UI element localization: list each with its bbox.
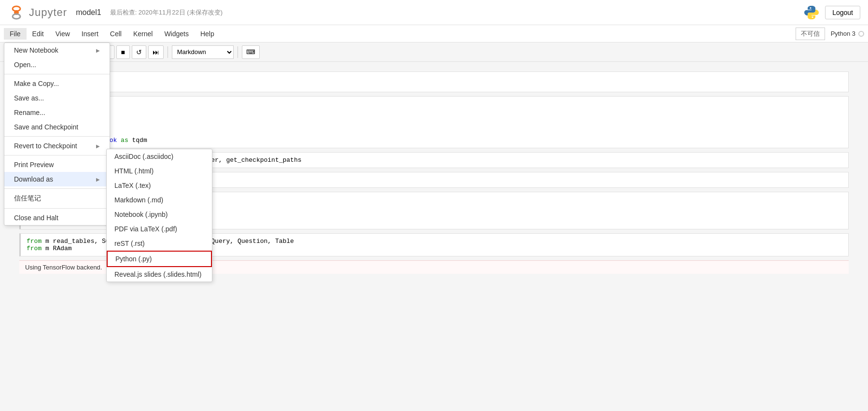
download-pdf[interactable]: PDF via LaTeX (.pdf): [107, 222, 212, 236]
cell-code-1[interactable]: os re json math numpy as np qdm import t…: [19, 96, 849, 148]
divider-4: [4, 188, 110, 189]
menu-new-notebook[interactable]: New Notebook ▶: [4, 43, 110, 57]
new-notebook-label: New Notebook: [14, 46, 58, 54]
cell-markdown: figuration: [19, 71, 849, 92]
code-line: qdm import tqdm_notebook as tqdm: [27, 137, 842, 144]
menu-item-file[interactable]: File: [4, 28, 27, 40]
toolbar: 💾 + ▲ ▼ ⏮ 运行 ■ ↺ ⏭ Markdown Code Raw NBC…: [0, 43, 868, 62]
code-line: re: [27, 108, 842, 115]
checkpoint-info: 最后检查: 2020年11月22日 (未保存改变): [110, 8, 223, 17]
download-reveal[interactable]: Reveal.js slides (.slides.html): [107, 267, 212, 282]
menu-item-cell[interactable]: Cell: [104, 28, 127, 40]
separator-4: [238, 46, 238, 58]
asciidoc-label: AsciiDoc (.asciidoc): [114, 153, 173, 160]
revert-arrow: ▶: [96, 143, 100, 149]
download-html[interactable]: HTML (.html): [107, 164, 212, 178]
code-line: json: [27, 115, 842, 122]
python-logo-icon: [803, 4, 820, 21]
print-preview-label: Print Preview: [14, 161, 54, 169]
jupyter-logo: Jupyter: [8, 4, 67, 21]
download-arrow: ▶: [96, 177, 100, 182]
notebook-title: model1: [76, 8, 101, 17]
fast-forward-button[interactable]: ⏭: [148, 45, 164, 59]
kernel-info: Python 3: [831, 30, 864, 37]
code-line: os: [27, 100, 842, 108]
markdown-label: Markdown (.md): [114, 196, 163, 204]
reveal-label: Reveal.js slides (.slides.html): [114, 270, 202, 278]
menu-trust-notebook[interactable]: 信任笔记: [4, 191, 110, 206]
top-bar-left: Jupyter model1 最后检查: 2020年11月22日 (未保存改变): [8, 4, 223, 21]
menu-close-halt[interactable]: Close and Halt: [4, 211, 110, 225]
download-notebook[interactable]: Notebook (.ipynb): [107, 207, 212, 222]
menu-save-as[interactable]: Save as...: [4, 91, 110, 105]
make-copy-label: Make a Copy...: [14, 80, 59, 87]
menu-download-as[interactable]: Download as ▶: [4, 172, 110, 186]
menu-item-help[interactable]: Help: [195, 28, 220, 40]
download-markdown[interactable]: Markdown (.md): [107, 193, 212, 207]
menu-print-preview[interactable]: Print Preview: [4, 157, 110, 172]
jupyter-brand-text: Jupyter: [29, 6, 67, 19]
download-rst[interactable]: reST (.rst): [107, 236, 212, 251]
trust-badge[interactable]: 不可信: [796, 28, 825, 40]
divider-5: [4, 208, 110, 209]
menu-save-checkpoint[interactable]: Save and Checkpoint: [4, 120, 110, 134]
download-latex[interactable]: LaTeX (.tex): [107, 178, 212, 193]
menu-item-insert[interactable]: Insert: [76, 28, 104, 40]
download-submenu: AsciiDoc (.asciidoc) HTML (.html) LaTeX …: [106, 149, 212, 282]
new-notebook-arrow: ▶: [96, 48, 100, 53]
jupyter-logo-icon: [8, 4, 25, 21]
close-halt-label: Close and Halt: [14, 214, 58, 222]
svg-point-2: [13, 14, 20, 19]
cell-type-select[interactable]: Markdown Code Raw NBConvert Heading: [172, 45, 234, 59]
rst-label: reST (.rst): [114, 240, 145, 247]
top-bar: Jupyter model1 最后检查: 2020年11月22日 (未保存改变)…: [0, 0, 868, 25]
menu-bar: File Edit View Insert Cell Kernel Widget…: [0, 25, 868, 43]
divider-1: [4, 74, 110, 74]
code-line: math: [27, 122, 842, 129]
separator-3: [168, 46, 168, 58]
file-dropdown: New Notebook ▶ Open... Make a Copy... Sa…: [4, 43, 110, 226]
menu-item-widgets[interactable]: Widgets: [158, 28, 195, 40]
save-checkpoint-label: Save and Checkpoint: [14, 123, 78, 131]
latex-label: LaTeX (.tex): [114, 182, 151, 189]
cell-markdown-content: figuration: [27, 76, 842, 88]
kernel-name: Python 3: [831, 30, 855, 37]
divider-3: [4, 155, 110, 156]
menu-revert-checkpoint[interactable]: Revert to Checkpoint ▶: [4, 139, 110, 153]
rename-label: Rename...: [14, 109, 45, 116]
cell-code-1-content: os re json math numpy as np qdm import t…: [27, 100, 842, 144]
menu-item-view[interactable]: View: [50, 28, 76, 40]
python-label: Python (.py): [115, 255, 152, 263]
menu-item-kernel[interactable]: Kernel: [127, 28, 158, 40]
notebook-label: Notebook (.ipynb): [114, 211, 168, 218]
trust-notebook-label: 信任笔记: [14, 194, 41, 203]
top-bar-right: Logout: [803, 4, 860, 21]
keyboard-button[interactable]: ⌨: [242, 45, 260, 59]
menu-bar-right: 不可信 Python 3: [796, 28, 864, 40]
revert-checkpoint-label: Revert to Checkpoint: [14, 142, 77, 150]
download-python[interactable]: Python (.py): [107, 251, 212, 267]
kernel-status-dot: [858, 31, 864, 37]
divider-2: [4, 136, 110, 137]
menu-rename[interactable]: Rename...: [4, 105, 110, 120]
download-as-label: Download as: [14, 175, 53, 183]
stop-button[interactable]: ■: [116, 45, 130, 59]
code-line: numpy as np: [27, 129, 842, 137]
menu-make-copy[interactable]: Make a Copy...: [4, 76, 110, 91]
menu-item-edit[interactable]: Edit: [27, 28, 50, 40]
output-text: Using TensorFlow backend.: [25, 264, 102, 271]
pdf-label: PDF via LaTeX (.pdf): [114, 225, 177, 233]
menu-open[interactable]: Open...: [4, 57, 110, 72]
open-label: Open...: [14, 61, 36, 69]
html-label: HTML (.html): [114, 167, 154, 175]
restart-button[interactable]: ↺: [132, 45, 146, 59]
save-as-label: Save as...: [14, 94, 44, 102]
logout-button[interactable]: Logout: [825, 6, 860, 19]
download-asciidoc[interactable]: AsciiDoc (.asciidoc): [107, 149, 212, 164]
